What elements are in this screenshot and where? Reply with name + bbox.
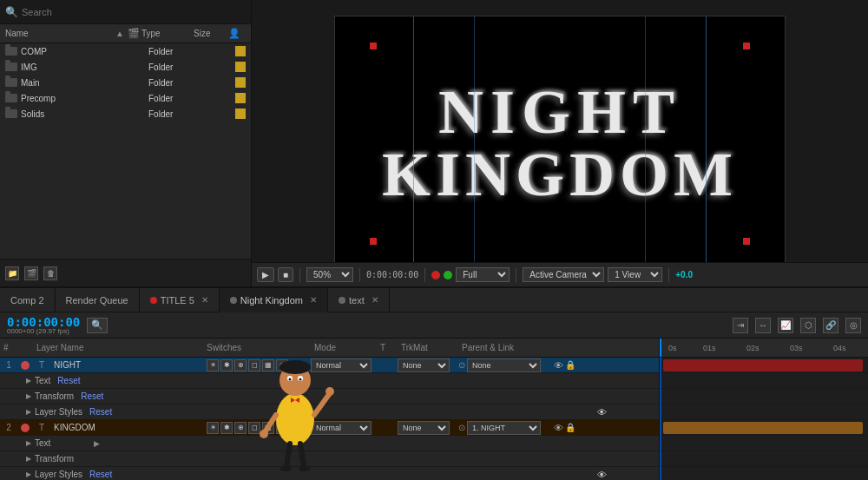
tab-render-queue[interactable]: Render Queue [56,288,140,312]
reset-button[interactable]: Reset [89,470,112,479]
preview-canvas: NIGHT KINGDOM [334,16,786,272]
switch-btn[interactable]: ✱ [220,359,233,372]
folder-icon [5,94,17,102]
expand-icon[interactable]: ▶ [26,392,31,400]
trkmat-select[interactable]: None [398,421,450,435]
record-button[interactable] [431,271,440,279]
play-icon: ▶ [94,439,100,448]
switch-btn[interactable]: ▦ [262,359,274,372]
expand-icon[interactable]: ▶ [26,408,31,416]
item-color-tag [235,62,246,72]
project-items-list: COMP Folder IMG Folder Main Folder [0,43,251,259]
parent-select[interactable]: None [467,358,541,372]
time-marker-02s: 02s [746,344,760,352]
folder-icon [5,78,17,87]
lock-icon[interactable]: 🔒 [565,360,575,370]
close-icon[interactable]: ✕ [372,295,378,305]
layout-dropdown[interactable]: 1 View2 Views [608,267,662,282]
reset-button[interactable]: Reset [57,376,80,385]
magnification-dropdown[interactable]: 50%100%25% [306,267,353,282]
layer-switches: ☀ ✱ ⊕ ◻ ▦ ◎ [207,422,311,434]
play-button[interactable]: ▶ [257,267,274,282]
trkmat-dropdown[interactable]: None [398,421,458,435]
search-input[interactable] [22,7,246,17]
list-item[interactable]: Main Folder [0,75,251,90]
switch-btn[interactable]: ▦ [262,422,274,434]
trkmat-dropdown[interactable]: None [398,358,458,372]
switch-btn[interactable]: ◻ [248,359,260,372]
expand-icon[interactable]: ▶ [26,377,31,385]
trkmat-select[interactable]: None [398,358,450,372]
expand-icon[interactable]: ▶ [26,455,31,463]
expand-icon[interactable]: ▶ [26,470,31,478]
blend-mode[interactable]: Normal [311,358,380,372]
mask-button[interactable]: ⬡ [800,318,816,333]
switch-btn[interactable]: ⊕ [234,422,247,434]
switch-btn[interactable]: ◻ [248,422,260,434]
separator [424,268,425,282]
close-icon[interactable]: ✕ [201,295,208,305]
eye-icon[interactable]: 👁 [554,360,563,371]
layer-color-dot [21,361,30,370]
reset-button[interactable]: Reset [89,407,112,417]
switch-btn[interactable]: ⊕ [234,359,247,372]
tab-comp2[interactable]: Comp 2 [0,288,56,312]
expand-icon[interactable]: ▶ [26,439,31,447]
layer-color-dot [21,424,30,432]
switch-btn[interactable]: ✱ [220,422,233,434]
eye-icon[interactable]: 👁 [554,423,563,433]
item-name: IMG [21,62,148,72]
quality-dropdown[interactable]: FullHalfQuarter [456,267,510,282]
col-t: T [380,343,398,352]
eye-icon[interactable]: 👁 [597,470,607,480]
list-item[interactable]: COMP Folder [0,43,251,59]
list-item[interactable]: Solids Folder [0,106,251,122]
solo-button[interactable]: ◎ [845,318,861,333]
parent-select[interactable]: 1. NIGHTNone [467,421,541,435]
tab-night-kingdom[interactable]: Night Kingdom ✕ [220,288,328,312]
sort-arrow-icon: ▲ [115,29,124,38]
sub-row-layer-styles: ▶ Layer Styles Reset 👁 [0,404,659,420]
lock-icon[interactable]: 🔒 [565,423,575,432]
link-button[interactable]: 🔗 [823,318,838,333]
view-dropdown[interactable]: Active CameraFront [523,267,604,282]
blend-mode[interactable]: Normal [311,421,380,435]
ripple-button[interactable]: ⇥ [733,318,748,333]
switch-btn[interactable]: ☀ [207,359,219,372]
mode-select[interactable]: Normal [311,421,372,435]
new-folder-button[interactable]: 📁 [5,266,19,280]
delete-button[interactable]: 🗑 [43,266,57,280]
eye-icon[interactable]: 👁 [597,407,607,418]
list-item[interactable]: Precomp Folder [0,90,251,106]
time-marker-01s: 01s [703,344,716,352]
mode-select[interactable]: Normal [311,358,372,372]
tab-title5[interactable]: TITLE 5 ✕ [140,288,220,312]
stop-button[interactable]: ■ [278,267,293,282]
visibility-toggle[interactable] [17,424,33,432]
title-kingdom: KINGDOM [382,143,738,206]
new-comp-button[interactable]: 🎬 [24,266,38,280]
stretch-button[interactable]: ↔ [755,318,771,333]
switch-btn[interactable]: ◎ [276,422,288,434]
project-search-bar[interactable]: 🔍 [0,0,251,24]
track-row-night-text [660,373,868,389]
track-bar[interactable] [663,359,863,372]
sub-row-transform2: ▶ Transform [0,451,659,467]
separator [516,268,516,282]
layer-row-night[interactable]: 1 T NIGHT ☀ ✱ ⊕ ◻ ▦ ◎ Normal None [0,358,659,373]
reset-button[interactable]: Reset [81,391,103,401]
close-icon[interactable]: ✕ [310,295,317,305]
tab-bar: Comp 2 Render Queue TITLE 5 ✕ Night King… [0,288,868,312]
project-panel: 🔍 Name ▲ 🎬 Type Size 👤 COMP Folder IMG F… [0,0,252,286]
track-bar[interactable] [663,422,863,434]
layer-number: 1 [0,360,17,370]
switch-btn[interactable]: ☀ [207,422,219,434]
item-color-tag [235,93,246,103]
tab-text[interactable]: text ✕ [328,288,390,312]
list-item[interactable]: IMG Folder [0,59,251,75]
visibility-toggle[interactable] [17,361,33,370]
switch-btn[interactable]: ◎ [276,359,288,372]
search-button[interactable]: 🔍 [87,318,108,333]
layer-row-kingdom[interactable]: 2 T KINGDOM ☀ ✱ ⊕ ◻ ▦ ◎ Normal None [0,420,659,436]
graph-button[interactable]: 📈 [778,318,793,333]
